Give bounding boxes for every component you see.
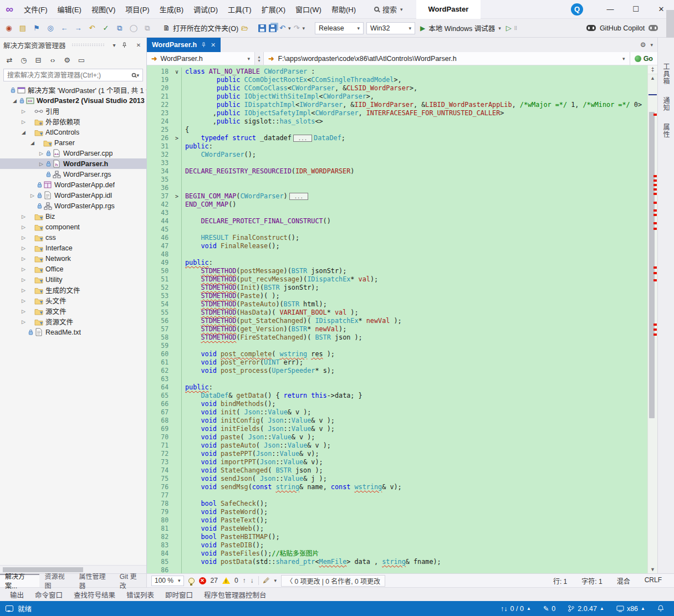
collapsed-region[interactable]: ... bbox=[293, 135, 312, 142]
editor-vertical-scrollbar[interactable]: ‡ ▲ ▼ bbox=[647, 65, 657, 573]
tree-item-css[interactable]: ▷css bbox=[0, 232, 146, 243]
expanded-arrow-icon[interactable]: ◢ bbox=[20, 130, 27, 135]
error-mark[interactable] bbox=[653, 114, 657, 116]
panel-grip[interactable] bbox=[72, 43, 104, 47]
navbar-splitter[interactable]: ▲▼ bbox=[255, 52, 264, 65]
tree-item-utility[interactable]: ▷Utility bbox=[0, 274, 146, 285]
edit-counter-indicator[interactable]: ✎ 0 bbox=[543, 604, 555, 613]
solution-search-box[interactable]: ▾ bbox=[3, 69, 143, 81]
chevron-down-icon[interactable]: ▾ bbox=[274, 578, 277, 583]
fold-marker-icon[interactable]: > bbox=[172, 192, 182, 201]
breadcrumb-path[interactable]: ➜ F:\apps\wordpaster\code\x86\atl\AtlCon… bbox=[264, 52, 630, 65]
tree-item-parser[interactable]: ◢Parser bbox=[0, 137, 146, 148]
tab-wordparser-h[interactable]: WordParser.h ✕ bbox=[147, 38, 221, 52]
tree-item-component[interactable]: ▷component bbox=[0, 222, 146, 232]
menu-item-5[interactable]: 调试(D) bbox=[188, 0, 223, 19]
scrollbar-thumb[interactable] bbox=[649, 112, 655, 418]
collapsed-arrow-icon[interactable]: ▷ bbox=[20, 309, 27, 314]
split-editor-handle[interactable]: ‡ bbox=[648, 65, 657, 74]
feedback-icon[interactable] bbox=[6, 605, 13, 612]
collapsed-arrow-icon[interactable]: ▷ bbox=[20, 266, 27, 272]
tree-item-network[interactable]: ▷Network bbox=[0, 253, 146, 264]
bottom-tab-3[interactable]: 错误列表 bbox=[122, 587, 159, 602]
pin-icon[interactable] bbox=[122, 42, 131, 48]
error-mark[interactable] bbox=[653, 333, 657, 336]
error-mark[interactable] bbox=[653, 272, 657, 274]
syntax-check-icon[interactable]: ✓ bbox=[100, 22, 111, 34]
collapsed-arrow-icon[interactable]: ▷ bbox=[20, 214, 27, 219]
solution-configuration-select[interactable]: Release▾ bbox=[315, 22, 364, 34]
copilot-button[interactable]: GitHub Copilot bbox=[586, 24, 658, 32]
tree-item--[interactable]: ▷资源文件 bbox=[0, 316, 146, 327]
tree-item-office[interactable]: ▷Office bbox=[0, 264, 146, 274]
open-folder-icon[interactable]: 🗁 bbox=[241, 22, 248, 34]
error-mark[interactable] bbox=[653, 214, 657, 216]
tree-item--[interactable]: ▷外部依赖项 bbox=[0, 116, 146, 127]
toolbar-overflow-icon[interactable]: ⁞⁞ bbox=[514, 25, 517, 31]
sync-active-icon[interactable]: ‹› bbox=[48, 56, 58, 64]
bottom-tab-2[interactable]: 查找符号结果 bbox=[69, 587, 120, 602]
bottom-tab-1[interactable]: 命令窗口 bbox=[30, 587, 67, 602]
menu-item-2[interactable]: 视图(V) bbox=[86, 0, 120, 19]
undo-dropdown-icon[interactable]: ▾ bbox=[288, 25, 291, 31]
error-mark[interactable] bbox=[653, 193, 657, 195]
collapsed-arrow-icon[interactable]: ▷ bbox=[38, 161, 45, 167]
switch-views-icon[interactable]: ⇄ bbox=[4, 56, 14, 64]
panel-tab-3[interactable]: Git 更改 bbox=[115, 574, 146, 587]
disabled-circle-icon[interactable]: ◯ bbox=[128, 22, 139, 34]
menu-item-7[interactable]: 扩展(X) bbox=[257, 0, 290, 19]
maximize-button[interactable]: ☐ bbox=[623, 0, 649, 19]
nav-position-indicator[interactable]: ↑↓ 0 / 0 ▲ bbox=[501, 605, 531, 613]
pin-icon[interactable] bbox=[201, 42, 206, 48]
panel-tab-0[interactable]: 解决方案... bbox=[0, 574, 39, 587]
char-indicator[interactable]: 字符: 1 bbox=[581, 576, 602, 586]
navigate-forward-icon[interactable]: → bbox=[73, 22, 84, 34]
error-mark[interactable] bbox=[653, 279, 657, 281]
tree-item--wordpaster-1-1-[interactable]: 解决方案 'WordPaster' (1 个项目, 共 1 个) bbox=[0, 85, 146, 95]
code-editor[interactable]: 18∨class ATL_NO_VTABLE CWordParser :19 p… bbox=[147, 65, 647, 573]
prev-issue-icon[interactable]: ↑ bbox=[243, 577, 246, 584]
scroll-down-icon[interactable]: ▼ bbox=[648, 567, 657, 572]
start-without-debugging-icon[interactable]: ▷ bbox=[506, 24, 512, 32]
tree-item-wordpasterapp.rgs[interactable]: WordPasterApp.rgs bbox=[0, 201, 146, 211]
collapsed-arrow-icon[interactable]: ▷ bbox=[38, 151, 45, 156]
find-in-files-icon[interactable]: ⚑ bbox=[31, 22, 42, 34]
panel-tab-2[interactable]: 属性管理器 bbox=[74, 574, 115, 587]
line-ending-mode[interactable]: 混合 bbox=[617, 576, 630, 586]
collapsed-arrow-icon[interactable]: ▷ bbox=[20, 224, 27, 230]
tree-item-interface[interactable]: ▷Interface bbox=[0, 243, 146, 253]
line-indicator[interactable]: 行: 1 bbox=[553, 576, 567, 586]
error-mark[interactable] bbox=[653, 266, 657, 269]
menu-item-8[interactable]: 窗口(W) bbox=[290, 0, 326, 19]
breadcrumb-scope-select[interactable]: ➜ WordParser.h ▾ bbox=[147, 52, 255, 65]
tree-item--[interactable]: ▷生成的文件 bbox=[0, 285, 146, 295]
scroll-up-icon[interactable]: ▲ bbox=[648, 75, 657, 81]
tree-item-atlcontrols[interactable]: ◢AtlControls bbox=[0, 127, 146, 137]
tree-item-biz[interactable]: ▷Biz bbox=[0, 211, 146, 222]
bottom-tab-5[interactable]: 程序包管理器控制台 bbox=[200, 587, 271, 602]
tree-item--[interactable]: ▷源文件 bbox=[0, 306, 146, 316]
solution-search-input[interactable] bbox=[7, 71, 131, 79]
solution-platform-select[interactable]: Win32▾ bbox=[366, 22, 415, 34]
menu-item-9[interactable]: 帮助(H) bbox=[326, 0, 361, 19]
start-debugging-button[interactable]: ▶ 本地 Windows 调试器 ▾ bbox=[418, 23, 503, 33]
pending-changes-icon[interactable]: ◷ bbox=[19, 56, 29, 64]
error-mark[interactable] bbox=[653, 202, 657, 204]
menu-item-0[interactable]: 文件(F) bbox=[19, 0, 53, 19]
navigate-backward-icon[interactable]: ← bbox=[59, 22, 70, 34]
error-mark[interactable] bbox=[653, 184, 657, 186]
fold-marker-icon[interactable]: > bbox=[172, 134, 182, 142]
tree-item-readme.txt[interactable]: ReadMe.txt bbox=[0, 327, 146, 337]
warning-count[interactable]: 0 bbox=[234, 577, 238, 584]
menu-item-3[interactable]: 项目(P) bbox=[120, 0, 154, 19]
scrollbar-thumb[interactable] bbox=[3, 567, 83, 572]
redo-dropdown-icon[interactable]: ▾ bbox=[302, 25, 305, 31]
minimize-button[interactable]: — bbox=[598, 0, 623, 19]
menu-item-1[interactable]: 编辑(E) bbox=[53, 0, 86, 19]
preview-icon[interactable]: ▭ bbox=[76, 56, 86, 64]
disabled-pages-icon[interactable]: ⧉ bbox=[142, 22, 153, 34]
extension-manager-icon[interactable]: ◉ bbox=[3, 22, 14, 34]
collapsed-arrow-icon[interactable]: ▷ bbox=[20, 109, 27, 114]
copy-document-icon[interactable]: ⧉ bbox=[114, 22, 125, 34]
eol-indicator[interactable]: CRLF bbox=[645, 576, 662, 586]
